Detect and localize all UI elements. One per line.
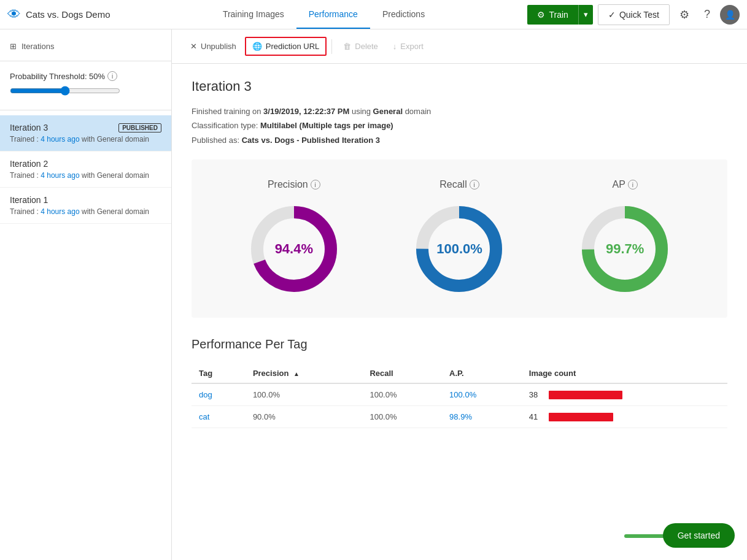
table-row: cat 90.0% 100.0% 98.9% 41 (192, 406, 727, 428)
bar-container: 38 (529, 390, 720, 399)
recall-value: 100.0% (436, 241, 482, 257)
settings-button[interactable]: ⚙ (675, 3, 694, 26)
precision-cell: 100.0% (246, 383, 363, 406)
iteration-item-3[interactable]: Iteration 3 PUBLISHED Trained : 4 hours … (0, 115, 171, 152)
tag-link[interactable]: cat (199, 412, 209, 421)
recall-cell: 100.0% (362, 383, 442, 406)
precision-metric: Precision i 94.4% (245, 179, 343, 298)
tag-link[interactable]: dog (199, 390, 212, 399)
count-cell: 41 (522, 406, 727, 428)
threshold-section: Probability Threshold: 50% i (0, 66, 171, 105)
iteration-3-header: Iteration 3 PUBLISHED (10, 123, 161, 132)
ap-label: AP i (612, 179, 637, 190)
iteration-2-detail: Trained : 4 hours ago with General domai… (10, 171, 161, 180)
gear-icon: ⚙ (537, 10, 545, 20)
ap-info-icon[interactable]: i (628, 180, 638, 190)
iteration-item-1[interactable]: Iteration 1 Trained : 4 hours ago with G… (0, 188, 171, 224)
help-button[interactable]: ? (699, 3, 715, 26)
layers-icon: ⊞ (10, 42, 17, 51)
bar-container: 41 (529, 412, 720, 421)
recall-metric: Recall i 100.0% (410, 179, 508, 298)
col-header-image-count: Image count (522, 364, 727, 383)
ap-metric: AP i 99.7% (576, 179, 674, 298)
content-toolbar: ✕ Unpublish 🌐 Prediction URL 🗑 Delete ↓ … (172, 29, 747, 64)
get-started-button[interactable]: Get started (663, 523, 735, 548)
col-header-ap: A.P. (442, 364, 522, 383)
delete-button[interactable]: 🗑 Delete (337, 38, 384, 55)
col-header-tag: Tag (192, 364, 246, 383)
threshold-info-icon[interactable]: i (107, 71, 117, 81)
precision-cell: 90.0% (246, 406, 363, 428)
precision-donut: 94.4% (245, 200, 343, 298)
unpublish-button[interactable]: ✕ Unpublish (184, 38, 242, 55)
main-layout: ⊞ Iterations Probability Threshold: 50% … (0, 29, 747, 560)
threshold-label: Probability Threshold: 50% i (10, 71, 161, 81)
recall-label: Recall i (439, 179, 479, 190)
logo-icon: 👁 (7, 7, 21, 23)
sidebar-iterations-title: ⊞ Iterations (0, 37, 171, 56)
globe-icon: 🌐 (252, 42, 262, 51)
sidebar: ⊞ Iterations Probability Threshold: 50% … (0, 29, 172, 560)
performance-table: Tag Precision ▲ Recall A.P. Image count … (192, 364, 727, 428)
main-content: ✕ Unpublish 🌐 Prediction URL 🗑 Delete ↓ … (172, 29, 747, 560)
sidebar-divider-2 (0, 110, 171, 110)
checkmark-icon: ✓ (608, 10, 616, 20)
toolbar-sep (331, 39, 332, 54)
iteration-2-header: Iteration 2 (10, 159, 161, 169)
sidebar-divider-1 (0, 61, 171, 61)
count-cell: 38 (522, 383, 727, 406)
table-body: dog 100.0% 100.0% 100.0% 38 cat 90.0% 10… (192, 383, 727, 428)
col-header-recall: Recall (362, 364, 442, 383)
x-icon: ✕ (190, 42, 197, 51)
iteration-info: Finished training on 3/19/2019, 12:22:37… (192, 104, 727, 147)
col-header-precision[interactable]: Precision ▲ (246, 364, 363, 383)
ap-value: 99.7% (606, 241, 644, 257)
table-row: dog 100.0% 100.0% 100.0% 38 (192, 383, 727, 406)
iteration-title: Iteration 3 (192, 79, 727, 94)
iteration-1-detail: Trained : 4 hours ago with General domai… (10, 207, 161, 216)
train-button-group: ⚙ Train ▾ (527, 5, 592, 25)
header-actions: ⚙ Train ▾ ✓ Quick Test ⚙ ? 👤 (527, 3, 740, 26)
count-bar (549, 391, 622, 399)
tab-predictions[interactable]: Predictions (370, 1, 437, 29)
content-body: Iteration 3 Finished training on 3/19/20… (172, 64, 747, 443)
tab-performance[interactable]: Performance (296, 1, 370, 29)
iteration-1-header: Iteration 1 (10, 195, 161, 205)
iteration-item-2[interactable]: Iteration 2 Trained : 4 hours ago with G… (0, 152, 171, 188)
precision-label: Precision i (268, 179, 320, 190)
recall-cell: 100.0% (362, 406, 442, 428)
prediction-url-button[interactable]: 🌐 Prediction URL (245, 37, 327, 56)
ap-cell: 98.9% (442, 406, 522, 428)
count-bar (549, 413, 613, 421)
sort-icon: ▲ (293, 370, 300, 377)
perf-per-tag-title: Performance Per Tag (192, 337, 727, 351)
ap-cell: 100.0% (442, 383, 522, 406)
ap-donut: 99.7% (576, 200, 674, 298)
table-header-row: Tag Precision ▲ Recall A.P. Image count (192, 364, 727, 383)
recall-info-icon[interactable]: i (470, 180, 479, 190)
metrics-card: Precision i 94.4% Recall (192, 159, 727, 318)
app-header: 👁 Cats vs. Dogs Demo Training Images Per… (0, 0, 747, 29)
tag-cell: dog (192, 383, 246, 406)
app-name: Cats vs. Dogs Demo (26, 9, 110, 20)
export-button[interactable]: ↓ Export (387, 38, 430, 55)
threshold-slider[interactable] (10, 86, 120, 96)
count-number: 38 (529, 390, 544, 399)
user-avatar[interactable]: 👤 (720, 5, 740, 25)
precision-value: 94.4% (275, 241, 313, 257)
trash-icon: 🗑 (343, 42, 351, 51)
train-button[interactable]: ⚙ Train (527, 5, 578, 25)
count-number: 41 (529, 412, 544, 421)
app-logo: 👁 Cats vs. Dogs Demo (7, 7, 110, 23)
quick-test-button[interactable]: ✓ Quick Test (598, 4, 670, 25)
precision-info-icon[interactable]: i (311, 180, 320, 190)
main-nav: Training Images Performance Predictions (128, 1, 521, 29)
tab-training-images[interactable]: Training Images (211, 1, 296, 29)
export-icon: ↓ (393, 42, 397, 51)
recall-donut: 100.0% (410, 200, 508, 298)
tag-cell: cat (192, 406, 246, 428)
train-dropdown-button[interactable]: ▾ (578, 5, 593, 25)
iteration-3-detail: Trained : 4 hours ago with General domai… (10, 135, 161, 144)
